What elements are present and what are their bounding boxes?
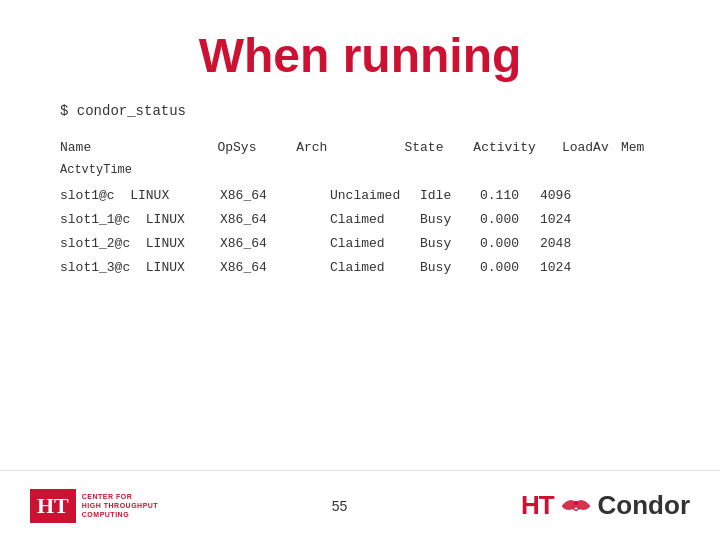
col-header-opsys: OpSys xyxy=(217,137,296,181)
cell-arch-3: X86_64 xyxy=(220,257,330,279)
cell-name-0: slot1@c LINUX xyxy=(60,185,220,207)
col-header-mem: Mem xyxy=(621,137,680,181)
ht-box-logo: HT xyxy=(30,489,76,523)
ht-logo: HT CENTER FOR HIGH THROUGHPUT COMPUTING xyxy=(30,489,158,523)
cell-state-1: Busy xyxy=(420,209,480,231)
cell-arch-2: X86_64 xyxy=(220,233,330,255)
cell-state-0: Idle xyxy=(420,185,480,207)
footer-left: HT CENTER FOR HIGH THROUGHPUT COMPUTING xyxy=(30,489,158,523)
cell-name-2: slot1_2@c LINUX xyxy=(60,233,220,255)
cell-state-arch-2: Claimed xyxy=(330,233,420,255)
table-rows: slot1@c LINUX X86_64 Unclaimed Idle 0.11… xyxy=(60,185,680,279)
table-row: slot1_3@c LINUX X86_64 Claimed Busy 0.00… xyxy=(60,257,680,279)
table-area: Name ActvtyTime OpSys Arch State Activit… xyxy=(60,137,680,280)
cell-state-2: Busy xyxy=(420,233,480,255)
svg-point-0 xyxy=(573,500,577,504)
table-header-row: Name ActvtyTime OpSys Arch State Activit… xyxy=(60,137,680,181)
footer: HT CENTER FOR HIGH THROUGHPUT COMPUTING … xyxy=(0,470,720,540)
cell-loadav-0: 0.110 xyxy=(480,185,540,207)
page-title: When running xyxy=(0,28,720,83)
htcondor-ht-text: HT xyxy=(521,490,554,521)
htcondor-condor-text: Condor xyxy=(598,490,690,521)
table-row: slot1_2@c LINUX X86_64 Claimed Busy 0.00… xyxy=(60,233,680,255)
ht-sub1: CENTER FOR xyxy=(82,492,158,501)
cell-mem-0: 4096 xyxy=(540,185,600,207)
condor-bird-icon xyxy=(558,492,594,520)
cell-loadav-1: 0.000 xyxy=(480,209,540,231)
cell-arch-0: X86_64 xyxy=(220,185,330,207)
cell-arch-1: X86_64 xyxy=(220,209,330,231)
htcondor-logo: HT Condor xyxy=(521,490,690,521)
command-line: $ condor_status xyxy=(60,103,680,119)
cell-loadav-2: 0.000 xyxy=(480,233,540,255)
col-header-loadav: LoadAv xyxy=(562,137,621,181)
table-row: slot1@c LINUX X86_64 Unclaimed Idle 0.11… xyxy=(60,185,680,207)
col-header-arch: Arch xyxy=(296,137,404,181)
cell-mem-2: 2048 xyxy=(540,233,600,255)
ht-sub3: COMPUTING xyxy=(82,510,158,519)
cell-mem-3: 1024 xyxy=(540,257,600,279)
content-area: $ condor_status Name ActvtyTime OpSys Ar… xyxy=(0,103,720,280)
page-number: 55 xyxy=(332,498,348,514)
page-title-section: When running xyxy=(0,0,720,103)
ht-text-block: CENTER FOR HIGH THROUGHPUT COMPUTING xyxy=(82,492,158,519)
cell-name-3: slot1_3@c LINUX xyxy=(60,257,220,279)
cell-loadav-3: 0.000 xyxy=(480,257,540,279)
col-header-name: Name ActvtyTime xyxy=(60,137,217,181)
col-header-state: State xyxy=(404,137,473,181)
cell-state-3: Busy xyxy=(420,257,480,279)
ht-sub2: HIGH THROUGHPUT xyxy=(82,501,158,510)
cell-name-1: slot1_1@c LINUX xyxy=(60,209,220,231)
table-row: slot1_1@c LINUX X86_64 Claimed Busy 0.00… xyxy=(60,209,680,231)
cell-mem-1: 1024 xyxy=(540,209,600,231)
cell-state-arch-3: Claimed xyxy=(330,257,420,279)
cell-state-arch-0: Unclaimed xyxy=(330,185,420,207)
cell-state-arch-1: Claimed xyxy=(330,209,420,231)
col-header-activity: Activity xyxy=(473,137,562,181)
